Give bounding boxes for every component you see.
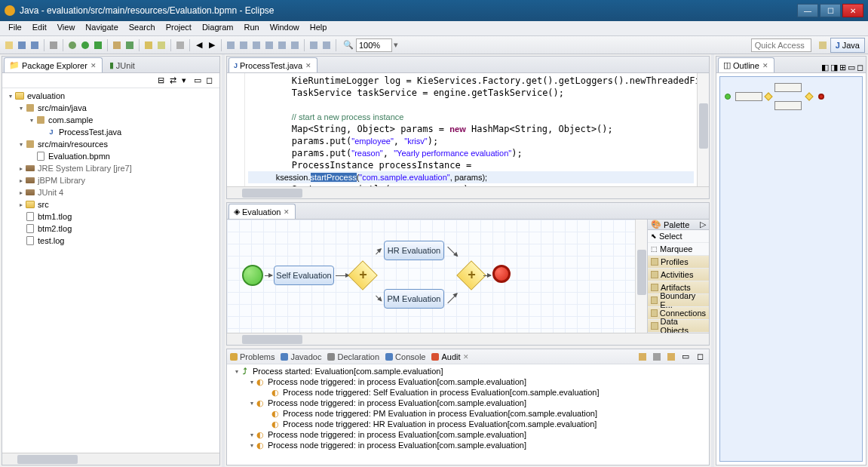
tree-item[interactable]: ▾src/main/resources: [2, 138, 219, 150]
outline-overview[interactable]: [719, 76, 863, 462]
menu-file[interactable]: File: [3, 21, 27, 35]
package-explorer-tab[interactable]: 📁 Package Explorer ✕: [4, 57, 103, 72]
search-button[interactable]: [155, 39, 167, 51]
vertical-sash-right[interactable]: [711, 54, 714, 467]
outline-tab[interactable]: ◫ Outline ✕: [718, 57, 774, 72]
bpmn-end-event[interactable]: [492, 265, 511, 283]
run-last-button[interactable]: [92, 39, 104, 51]
audit-row[interactable]: ▾⤴Process started: Evaluation[com.sample…: [227, 366, 709, 376]
bpmn-start-event[interactable]: [242, 265, 263, 286]
palette-item-marquee[interactable]: ⬚Marquee: [648, 243, 709, 256]
close-bpmn-icon[interactable]: ✕: [283, 208, 290, 216]
view-menu-button[interactable]: ▾: [182, 75, 192, 86]
run-button[interactable]: [79, 39, 91, 51]
tree-twistie[interactable]: ▾: [17, 105, 25, 112]
zoom-input[interactable]: [356, 38, 392, 52]
audit-twistie[interactable]: ▾: [248, 400, 256, 407]
bpmn-canvas[interactable]: Self Evaluation HR Evaluation PM Evaluat…: [227, 220, 635, 333]
close-tab-icon[interactable]: ✕: [463, 353, 469, 361]
match-width-button[interactable]: [308, 39, 320, 51]
link-editor-button[interactable]: ⇄: [170, 75, 180, 86]
tree-item[interactable]: btm2.tlog: [2, 223, 219, 235]
tree-twistie[interactable]: ▸: [17, 189, 25, 196]
menu-search[interactable]: Search: [124, 21, 161, 35]
tree-twistie[interactable]: ▸: [17, 165, 25, 172]
tree-item[interactable]: ▸src: [2, 198, 219, 210]
tree-item[interactable]: JProcessTest.java: [2, 126, 219, 138]
palette-item-select[interactable]: ⬉Select: [648, 230, 709, 243]
palette-item-dataobjects[interactable]: Data Objects: [648, 320, 709, 333]
debug-button[interactable]: [66, 39, 78, 51]
package-explorer-tree[interactable]: ▾evaluation▾src/main/java▾com.sampleJPro…: [2, 88, 219, 453]
new-package-button[interactable]: [111, 39, 123, 51]
menu-run[interactable]: Run: [238, 21, 264, 35]
minimize-view-button[interactable]: ▭: [194, 75, 204, 86]
tree-item[interactable]: ▸JRE System Library [jre7]: [2, 162, 219, 174]
palette-item-activities[interactable]: Activities: [648, 269, 709, 281]
audit-row[interactable]: ▾◐Process node triggered: in process Eva…: [227, 398, 709, 408]
save-all-button[interactable]: [29, 39, 41, 51]
tree-item[interactable]: ▾evaluation: [2, 90, 219, 102]
align-right-button[interactable]: [250, 39, 262, 51]
audit-toolbar-btn-3[interactable]: [665, 351, 677, 363]
print-button[interactable]: [48, 39, 60, 51]
maximize-button[interactable]: ☐: [820, 4, 841, 17]
junit-tab[interactable]: ▮ JUnit: [104, 57, 140, 72]
new-button[interactable]: [3, 39, 15, 51]
tree-twistie[interactable]: ▾: [28, 117, 35, 124]
audit-row[interactable]: ◐Process node triggered: HR Evaluation i…: [227, 419, 709, 429]
bpmn-horizontal-scrollbar[interactable]: [227, 333, 709, 345]
audit-row[interactable]: ◐Process node triggered: Self Evaluation…: [227, 387, 709, 398]
bpmn-task-hr-evaluation[interactable]: HR Evaluation: [384, 241, 444, 260]
align-center-button[interactable]: [238, 39, 250, 51]
tree-item[interactable]: ▾com.sample: [2, 114, 219, 126]
close-tab-icon[interactable]: ✕: [90, 62, 97, 69]
save-button[interactable]: [16, 39, 28, 51]
maximize-outline-button[interactable]: ◻: [857, 63, 863, 72]
new-class-button[interactable]: [124, 39, 136, 51]
console-tab-problems[interactable]: Problems: [230, 352, 275, 361]
open-perspective-button[interactable]: [817, 39, 829, 51]
back-button[interactable]: ◀: [193, 39, 205, 51]
palette-item-profiles[interactable]: Profiles: [648, 256, 709, 269]
audit-twistie[interactable]: ▾: [233, 368, 241, 375]
console-tab-declaration[interactable]: Declaration: [327, 352, 379, 361]
bpmn-gateway-join[interactable]: [456, 260, 486, 290]
console-tab-console[interactable]: Console: [385, 352, 425, 361]
bpmn-task-pm-evaluation[interactable]: PM Evaluation: [384, 289, 444, 309]
audit-row[interactable]: ▾◐Process node triggered: in process Eva…: [227, 376, 709, 387]
open-type-button[interactable]: [143, 39, 155, 51]
menu-diagram[interactable]: Diagram: [197, 21, 239, 35]
java-perspective-button[interactable]: J Java: [830, 38, 865, 53]
close-outline-icon[interactable]: ✕: [762, 62, 769, 69]
minimize-outline-button[interactable]: ▭: [848, 63, 855, 72]
zoom-out-button[interactable]: 🔍: [342, 39, 354, 51]
align-top-button[interactable]: [263, 39, 275, 51]
audit-twistie[interactable]: ▾: [248, 442, 256, 449]
maximize-console-button[interactable]: ◻: [694, 351, 706, 363]
collapse-all-button[interactable]: ⊟: [158, 75, 168, 86]
outline-btn-1[interactable]: ◧: [821, 63, 829, 72]
tree-twistie[interactable]: ▸: [17, 177, 25, 184]
audit-row[interactable]: ▾◐Process node triggered: in process Eva…: [227, 440, 709, 450]
tree-twistie[interactable]: ▾: [17, 141, 25, 148]
close-button[interactable]: ✕: [842, 4, 863, 17]
code-editor[interactable]: KieRuntimeLogger log = KieServices.Facto…: [245, 73, 697, 186]
tree-twistie[interactable]: ▾: [7, 93, 14, 100]
tree-item[interactable]: ▸jBPM Library: [2, 174, 219, 186]
zoom-dropdown-icon[interactable]: ▾: [394, 40, 398, 50]
tree-item[interactable]: btm1.tlog: [2, 210, 219, 223]
audit-row[interactable]: ▾◐Process node triggered: in process Eva…: [227, 429, 709, 440]
align-left-button[interactable]: [225, 39, 237, 51]
tree-item[interactable]: Evaluation.bpmn: [2, 150, 219, 162]
bpmn-gateway-split[interactable]: [348, 260, 378, 290]
menu-navigate[interactable]: Navigate: [80, 21, 123, 35]
vertical-sash-left[interactable]: [222, 54, 225, 467]
tree-item[interactable]: ▾src/main/java: [2, 102, 219, 114]
console-tab-javadoc[interactable]: Javadoc: [281, 352, 321, 361]
menu-edit[interactable]: Edit: [27, 21, 52, 35]
outline-btn-3[interactable]: ⊞: [839, 63, 846, 72]
outline-btn-2[interactable]: ◨: [830, 63, 838, 72]
horizontal-scrollbar[interactable]: [2, 453, 219, 465]
close-editor-icon[interactable]: ✕: [305, 62, 312, 69]
